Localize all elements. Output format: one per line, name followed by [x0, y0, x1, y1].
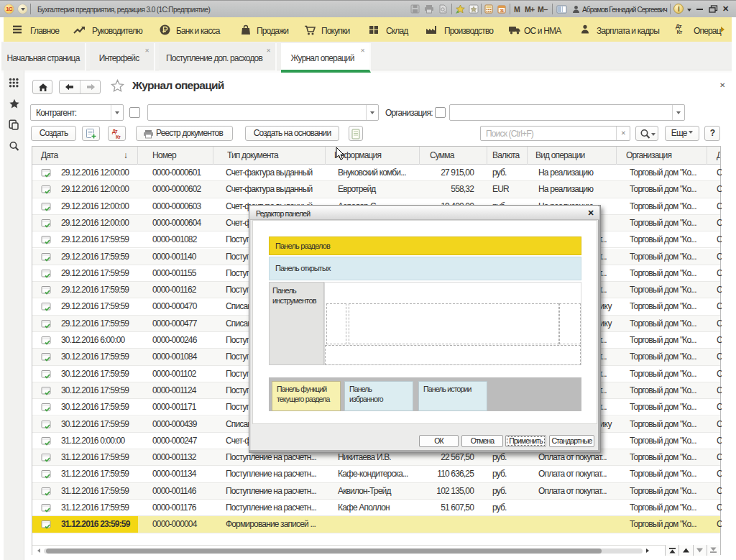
svg-text:Дт: Дт	[112, 129, 118, 134]
svg-text:Кт: Кт	[116, 134, 121, 139]
